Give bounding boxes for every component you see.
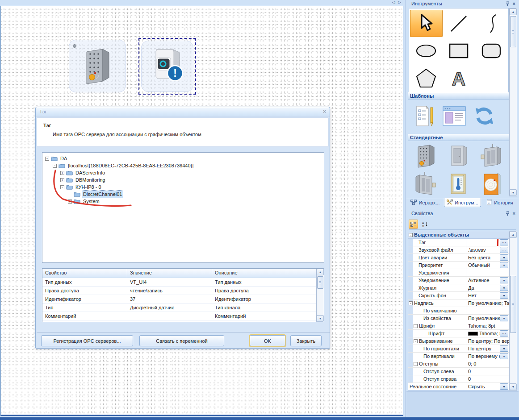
cabinet-right-device[interactable] <box>477 143 506 169</box>
tree-item-label[interactable]: DBMonitoring <box>75 176 106 183</box>
scrollbar-thumb[interactable] <box>510 16 516 47</box>
dialog-titlebar[interactable]: Тэг × <box>36 107 330 116</box>
property-row[interactable]: -ШрифтTahoma; 8pt <box>408 322 509 330</box>
tab-История[interactable]: История <box>481 198 519 207</box>
selection-handle[interactable] <box>73 44 76 48</box>
canvas-object-keypad[interactable] <box>69 40 126 92</box>
dropdown-button[interactable]: ▼ <box>500 254 508 261</box>
tree-item[interactable]: +DBMonitoring <box>42 176 324 183</box>
opc-tree[interactable]: -DA-[localhost{188D08EC-72CB-425B-8EA8-E… <box>42 152 324 263</box>
table-header-cell[interactable]: Значение <box>127 269 212 278</box>
tree-item-label[interactable]: DA <box>59 155 68 162</box>
alphabetical-icon[interactable]: АЯ <box>420 220 430 229</box>
canvas-object-sensor[interactable]: ! <box>141 41 193 92</box>
dropdown-button[interactable]: ▼ <box>500 262 508 268</box>
expander-minus-icon[interactable]: - <box>414 339 418 343</box>
property-row[interactable]: Из свойстваПо умолчанию▼ <box>408 315 509 322</box>
expander-minus-icon[interactable]: - <box>414 362 418 366</box>
property-value[interactable]: 0 <box>466 375 509 383</box>
line-tool[interactable] <box>443 10 475 37</box>
scrollbar-thumb[interactable] <box>510 276 516 333</box>
close-icon[interactable]: × <box>513 211 515 216</box>
scrollbar-thumb[interactable] <box>317 276 323 289</box>
tree-item[interactable]: DiscretChannel01 <box>42 191 324 198</box>
property-value[interactable]: По верхнему кра▼ <box>466 353 509 360</box>
tree-expander-plus-icon[interactable]: + <box>60 171 64 175</box>
ellipse-tool[interactable] <box>410 37 443 64</box>
document-template[interactable] <box>414 105 435 127</box>
property-row[interactable]: По умолчанию <box>408 307 509 315</box>
property-value[interactable]: 0 <box>466 368 509 375</box>
dropdown-button[interactable]: ▼ <box>500 353 508 359</box>
pin-icon[interactable] <box>506 211 510 216</box>
property-value[interactable]: Активное▼ <box>466 277 509 284</box>
scroll-up-icon[interactable]: ▲ <box>510 8 517 15</box>
tree-item-label[interactable]: System <box>82 198 100 205</box>
scroll-down-icon[interactable]: ▼ <box>510 383 517 390</box>
expander-minus-icon[interactable]: - <box>409 301 413 305</box>
property-value[interactable]: По центру▼ <box>466 345 509 352</box>
scroll-down-icon[interactable]: ▼ <box>510 189 517 196</box>
property-row[interactable]: -Выделенные объекты <box>408 231 509 239</box>
property-row[interactable]: УведомлениеАктивное▼ <box>408 277 509 284</box>
close-icon[interactable]: × <box>513 1 515 6</box>
dropdown-button[interactable]: ▼ <box>500 285 508 291</box>
tree-expander-minus-icon[interactable]: - <box>53 164 57 168</box>
property-value[interactable]: По умолчанию; Taho <box>466 299 509 307</box>
scroll-up-icon[interactable]: ▲ <box>317 269 324 275</box>
property-value[interactable]: Без цвета▼ <box>466 254 509 261</box>
table-row[interactable]: Права доступачтение/записьПрава доступа <box>42 287 316 295</box>
table-row[interactable]: КомментарийКомментарий <box>42 312 316 320</box>
properties-scrollbar[interactable]: ▲ ▼ <box>509 231 517 391</box>
property-row[interactable]: ЖурналДа▼ <box>408 284 509 292</box>
tree-item-label[interactable]: DiscretChannel01 <box>82 191 123 198</box>
table-header-cell[interactable]: Свойство <box>42 269 127 278</box>
curve-tool[interactable] <box>475 10 507 37</box>
tree-expander-minus-icon[interactable]: - <box>60 185 64 189</box>
nav-right-icon[interactable]: ▷ <box>398 0 402 4</box>
property-row[interactable]: Реальное состояниеСкрыть▼ <box>408 383 509 391</box>
property-value[interactable]: Tahoma; 8pt <box>466 322 509 329</box>
cursor-tool[interactable] <box>410 10 443 37</box>
ellipsis-button[interactable]: ... <box>500 247 508 253</box>
property-row[interactable]: Скрыть фонНет▼ <box>408 292 509 299</box>
property-value[interactable]: Да▼ <box>466 284 509 291</box>
property-value[interactable] <box>466 269 509 276</box>
dropdown-button[interactable]: ▼ <box>500 292 508 299</box>
tree-item-label[interactable]: КУН-IP8 - 0 <box>75 183 102 191</box>
close-button[interactable]: Закрыть <box>290 335 322 346</box>
pin-icon[interactable] <box>506 1 510 6</box>
dropdown-button[interactable]: ▼ <box>500 383 508 390</box>
keypad-device[interactable] <box>410 143 440 169</box>
tab-Инструм[interactable]: Инструм... <box>444 198 481 207</box>
property-value[interactable]: По умолчанию▼ <box>466 315 509 322</box>
cabinet-left-device[interactable] <box>410 171 440 197</box>
door-device[interactable] <box>444 143 473 169</box>
tools-scrollbar[interactable]: ▲ ▼ <box>509 8 517 196</box>
table-header-cell[interactable]: Описание <box>212 269 316 278</box>
smoke-detector-device[interactable] <box>477 171 506 197</box>
dropdown-button[interactable]: ▼ <box>500 277 508 283</box>
register-opc-servers-button[interactable]: Регистрация OPC серверов... <box>41 335 133 346</box>
table-row[interactable]: ТипДискретный датчикТип канала <box>42 304 316 312</box>
property-value[interactable]: Tahoma; 8pt... <box>466 330 509 337</box>
property-row[interactable]: По горизонталиПо центру▼ <box>408 345 509 353</box>
design-canvas[interactable]: ! Тэг × Тэг Имя тэга OPC сервера для асс… <box>0 6 403 416</box>
property-row[interactable]: Звуковой файл.\av.wav... <box>408 246 509 254</box>
property-row[interactable]: ПриоритетОбычный▼ <box>408 262 509 269</box>
property-value[interactable]: Скрыть▼ <box>466 383 509 390</box>
property-value[interactable]: По центру; По верхн <box>466 337 509 345</box>
nav-left-icon[interactable]: ◁ <box>392 0 396 4</box>
section-header-standard[interactable]: Стандартные <box>408 134 509 141</box>
tag-properties-table[interactable]: СвойствоЗначениеОписаниеТип данныхVT_UI4… <box>42 268 324 322</box>
tree-item[interactable]: +System <box>42 198 324 205</box>
tab-Иерарх[interactable]: Иерарх... <box>406 198 444 207</box>
property-row[interactable]: Цвет аварииБез цвета▼ <box>408 254 509 262</box>
dropdown-button[interactable]: ▼ <box>500 345 508 352</box>
tree-expander-minus-icon[interactable]: - <box>45 157 49 161</box>
property-value[interactable]: .\av.wav... <box>466 246 509 254</box>
categorized-icon[interactable] <box>409 220 418 229</box>
thermometer-device[interactable] <box>444 171 473 197</box>
tree-item-label[interactable]: [localhost{188D08EC-72CB-425B-8EA8-EE230… <box>67 162 194 169</box>
tree-item-label[interactable]: DAServerInfo <box>75 169 106 176</box>
